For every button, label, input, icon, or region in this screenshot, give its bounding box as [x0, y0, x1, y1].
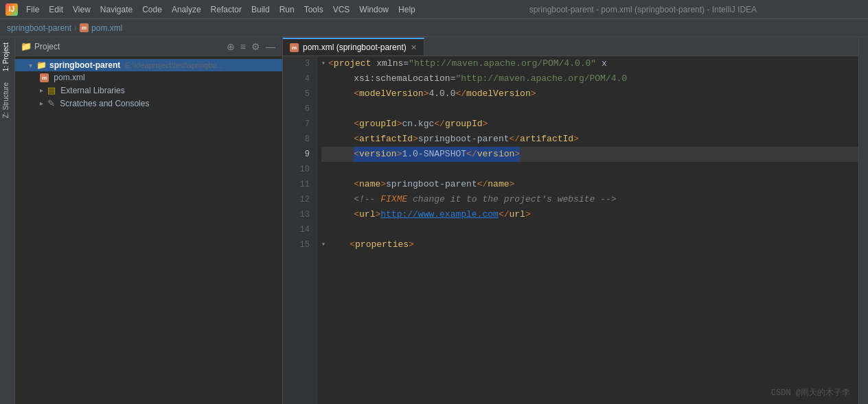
tree-item-ext-libs[interactable]: ▸ ▤ External Libraries	[15, 84, 282, 97]
code-line-6	[321, 102, 858, 117]
expand-arrow-root: ▾	[29, 62, 32, 69]
breadcrumb-project[interactable]: springboot-parent	[7, 23, 71, 33]
maven-icon: m	[80, 23, 89, 32]
settings-icon[interactable]: ⚙	[250, 41, 262, 52]
line-num-3: 3	[287, 56, 310, 71]
project-tree: ▾ 📁 springboot-parent E:\ideaproject\tes…	[15, 56, 282, 404]
line-num-14: 14	[287, 222, 310, 237]
tree-item-pom[interactable]: m pom.xml	[15, 71, 282, 84]
code-line-11: <name>springboot-parent</name>	[321, 177, 858, 192]
code-line-5: <modelVersion>4.0.0</modelVersion>	[321, 86, 858, 102]
tab-structure[interactable]: Z: Structure	[0, 77, 14, 123]
breadcrumb-file[interactable]: pom.xml	[91, 23, 122, 33]
breadcrumb-separator: ›	[74, 23, 77, 33]
line-num-7: 7	[287, 117, 310, 132]
menu-bar: File Edit View Navigate Code Analyze Ref…	[22, 3, 420, 16]
line-num-12: 12	[287, 192, 310, 207]
code-content[interactable]: ▾ <project xmlns="http://maven.apache.or…	[317, 56, 858, 404]
code-line-12: <!-- FIXME change it to the project's we…	[321, 192, 858, 207]
tree-path-root: E:\ideaproject\test\springbo...	[123, 61, 223, 69]
code-line-13: <url>http://www.example.com</url>	[321, 207, 858, 222]
menu-view[interactable]: View	[69, 3, 95, 16]
menu-window[interactable]: Window	[355, 3, 393, 16]
line-num-9: 9	[287, 147, 310, 162]
library-icon: ▤	[47, 85, 56, 95]
code-line-4: xsi:schemaLocation="http://maven.apache.…	[321, 71, 858, 86]
project-folder-icon: 📁	[21, 41, 32, 51]
project-root-folder-icon: 📁	[36, 60, 47, 70]
line-num-4: 4	[287, 71, 310, 86]
target-icon[interactable]: ⊕	[225, 41, 236, 52]
code-line-3: ▾ <project xmlns="http://maven.apache.or…	[321, 56, 858, 71]
watermark: CSDN @雨天的木子李	[771, 387, 850, 399]
code-line-8: <artifactId>springboot-parent</artifactI…	[321, 132, 858, 147]
line-num-5: 5	[287, 86, 310, 102]
fold-arrow-3[interactable]: ▾	[321, 56, 326, 71]
line-num-11: 11	[287, 177, 310, 192]
tab-project[interactable]: 1: Project	[0, 37, 14, 77]
expand-arrow-libs: ▸	[40, 86, 43, 94]
close-panel-icon[interactable]: —	[264, 41, 277, 52]
code-line-10	[321, 162, 858, 177]
code-line-15: ▾ <properties>	[321, 237, 858, 252]
menu-file[interactable]: File	[22, 3, 43, 16]
code-line-7: <groupId>cn.kgc</groupId>	[321, 117, 858, 132]
line-num-13: 13	[287, 207, 310, 222]
editor-tab-pom[interactable]: m pom.xml (springboot-parent) ✕	[283, 38, 424, 56]
menu-run[interactable]: Run	[275, 3, 299, 16]
code-line-14	[321, 222, 858, 237]
tree-item-root[interactable]: ▾ 📁 springboot-parent E:\ideaproject\tes…	[15, 59, 282, 71]
expand-arrow-scratches: ▸	[40, 99, 43, 107]
maven-file-icon: m	[40, 73, 49, 82]
menu-analyze[interactable]: Analyze	[168, 3, 205, 16]
code-editor[interactable]: 3 4 5 6 7 8 9 10 11 12 13 14 15 ▾ <proje…	[283, 56, 858, 404]
menu-tools[interactable]: Tools	[300, 3, 328, 16]
menu-vcs[interactable]: VCS	[329, 3, 354, 16]
tree-label-scratches: Scratches and Consoles	[58, 99, 149, 108]
right-sidebar	[858, 37, 868, 404]
editor-tab-bar: m pom.xml (springboot-parent) ✕	[283, 37, 858, 56]
line-number-gutter: 3 4 5 6 7 8 9 10 11 12 13 14 15	[283, 56, 317, 404]
line-num-10: 10	[287, 162, 310, 177]
project-header: 📁 Project ⊕ ≡ ⚙ —	[15, 37, 282, 56]
line-num-15: 15	[287, 237, 310, 252]
line-num-8: 8	[287, 132, 310, 147]
menu-edit[interactable]: Edit	[45, 3, 67, 16]
main-layout: 1: Project Z: Structure 📁 Project ⊕ ≡ ⚙ …	[0, 37, 868, 404]
tree-item-scratches[interactable]: ▸ ✎ Scratches and Consoles	[15, 97, 282, 110]
fold-arrow-15[interactable]: ▾	[321, 237, 326, 252]
menu-code[interactable]: Code	[138, 3, 166, 16]
line-num-6: 6	[287, 102, 310, 117]
project-panel-title: Project	[34, 42, 222, 51]
window-title: springboot-parent - pom.xml (springboot-…	[424, 5, 863, 14]
tab-maven-icon: m	[290, 43, 299, 52]
tree-label-root: springboot-parent	[49, 60, 120, 70]
left-tab-bar: 1: Project Z: Structure	[0, 37, 15, 404]
tab-label: pom.xml (springboot-parent)	[303, 43, 407, 52]
editor-area: m pom.xml (springboot-parent) ✕ 3 4 5 6 …	[283, 37, 858, 404]
scratches-icon: ✎	[47, 98, 55, 108]
title-bar: IJ File Edit View Navigate Code Analyze …	[0, 0, 868, 19]
menu-build[interactable]: Build	[247, 3, 274, 16]
app-logo: IJ	[5, 3, 18, 16]
breadcrumb-bar: springboot-parent › m pom.xml	[0, 19, 868, 37]
collapse-icon[interactable]: ≡	[239, 41, 247, 52]
project-panel: 📁 Project ⊕ ≡ ⚙ — ▾ 📁 springboot-parent …	[15, 37, 283, 404]
menu-refactor[interactable]: Refactor	[207, 3, 246, 16]
code-line-9: <version>1.0-SNAPSHOT</version>	[321, 147, 858, 162]
menu-navigate[interactable]: Navigate	[96, 3, 137, 16]
menu-help[interactable]: Help	[394, 3, 420, 16]
tree-label-ext-libs: External Libraries	[58, 86, 125, 95]
tab-close-button[interactable]: ✕	[411, 43, 417, 52]
tree-label-pom: pom.xml	[52, 73, 85, 82]
